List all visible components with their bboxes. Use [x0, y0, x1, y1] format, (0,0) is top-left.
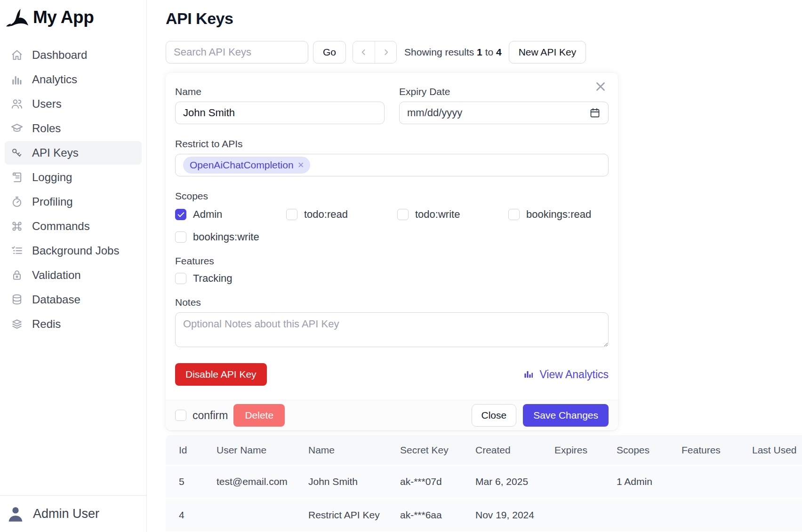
- checkbox[interactable]: [175, 209, 186, 220]
- search-input[interactable]: [166, 41, 308, 64]
- name-label: Name: [175, 86, 385, 97]
- users-icon: [10, 97, 24, 111]
- chevron-left-icon: [359, 48, 369, 57]
- scope-option-bookings-read[interactable]: bookings:read: [508, 208, 619, 221]
- checkbox[interactable]: [286, 209, 297, 220]
- app-name: My App: [33, 8, 94, 27]
- graduation-cap-icon: [10, 122, 24, 135]
- restrict-apis-input[interactable]: OpenAiChatCompletion ×: [175, 154, 609, 176]
- main-content: API Keys Go Showing results 1 to 4 New A…: [147, 0, 802, 532]
- scope-option-admin[interactable]: Admin: [175, 208, 286, 221]
- pagination: [353, 41, 397, 64]
- chevron-right-icon: [381, 48, 391, 57]
- user-avatar-icon: [6, 503, 25, 525]
- checkbox[interactable]: [397, 209, 409, 220]
- confirm-delete-option[interactable]: confirm: [175, 409, 228, 422]
- scope-option-todo-write[interactable]: todo:write: [397, 208, 508, 221]
- page-title: API Keys: [166, 9, 802, 28]
- sidebar-item-roles[interactable]: Roles: [5, 117, 142, 140]
- sidebar-item-dashboard[interactable]: Dashboard: [5, 43, 142, 67]
- next-page-button[interactable]: [375, 41, 396, 63]
- close-button[interactable]: Close: [472, 404, 517, 427]
- log-scroll-icon: [10, 171, 24, 184]
- delete-button[interactable]: Delete: [233, 404, 285, 427]
- scopes-options: Admin todo:read todo:write bookings:read: [175, 208, 609, 243]
- stopwatch-icon: [10, 195, 24, 208]
- checkbox[interactable]: [175, 231, 186, 243]
- sidebar-item-logging[interactable]: Logging: [5, 166, 142, 189]
- close-icon: [593, 79, 608, 94]
- close-panel-button[interactable]: [593, 79, 609, 95]
- sidebar-nav: Dashboard Analytics Users Roles API Keys…: [0, 42, 146, 495]
- sidebar-item-background-jobs[interactable]: Background Jobs: [5, 239, 142, 262]
- go-button[interactable]: Go: [313, 41, 346, 64]
- app-logo: My App: [0, 0, 146, 31]
- sidebar-item-analytics[interactable]: Analytics: [5, 68, 142, 91]
- features-options: Tracking: [175, 272, 609, 285]
- sidebar-item-database[interactable]: Database: [5, 288, 142, 311]
- sidebar-item-redis[interactable]: Redis: [5, 312, 142, 336]
- bar-chart-icon: [10, 73, 24, 86]
- key-icon: [10, 146, 24, 159]
- calendar-icon: [589, 107, 601, 119]
- prev-page-button[interactable]: [353, 41, 375, 63]
- new-api-key-button[interactable]: New API Key: [509, 41, 586, 64]
- lock-icon: [10, 269, 24, 282]
- notes-label: Notes: [175, 297, 609, 308]
- name-input[interactable]: [175, 102, 385, 124]
- sidebar-item-api-keys[interactable]: API Keys: [5, 141, 142, 165]
- restrict-apis-label: Restrict to APIs: [175, 138, 609, 150]
- analytics-bars-icon: [523, 369, 534, 380]
- features-label: Features: [175, 255, 609, 267]
- disable-api-key-button[interactable]: Disable API Key: [175, 363, 267, 386]
- table-row[interactable]: 4 Restrict API Key ak-***6aa Nov 19, 202…: [166, 499, 802, 531]
- shark-logo-icon: [6, 7, 29, 28]
- scopes-label: Scopes: [175, 191, 609, 202]
- feature-option-tracking[interactable]: Tracking: [175, 272, 286, 285]
- save-changes-button[interactable]: Save Changes: [523, 404, 609, 427]
- view-analytics-link[interactable]: View Analytics: [523, 368, 609, 381]
- api-keys-table: Id User Name Name Secret Key Created Exp…: [166, 435, 802, 532]
- sidebar-item-commands[interactable]: Commands: [5, 214, 142, 238]
- list-check-icon: [10, 244, 24, 257]
- scope-option-todo-read[interactable]: todo:read: [286, 208, 397, 221]
- remove-tag-icon[interactable]: ×: [298, 160, 304, 170]
- sidebar: My App Dashboard Analytics Users Roles A…: [0, 0, 147, 532]
- checkbox[interactable]: [508, 209, 520, 220]
- user-name: Admin User: [33, 507, 99, 521]
- api-tag: OpenAiChatCompletion ×: [183, 157, 310, 174]
- sidebar-item-profiling[interactable]: Profiling: [5, 190, 142, 214]
- results-summary: Showing results 1 to 4: [404, 47, 502, 58]
- database-icon: [10, 293, 24, 306]
- home-icon: [10, 48, 24, 62]
- expiry-date-input[interactable]: mm/dd/yyyy: [399, 102, 609, 124]
- api-key-edit-panel: Name Expiry Date mm/dd/yyyy Restrict to …: [166, 73, 618, 430]
- panel-footer: confirm Delete Close Save Changes: [166, 400, 618, 430]
- sidebar-item-validation[interactable]: Validation: [5, 263, 142, 287]
- command-icon: [10, 220, 24, 233]
- table-header-row: Id User Name Name Secret Key Created Exp…: [166, 435, 802, 465]
- scope-option-bookings-write[interactable]: bookings:write: [175, 231, 286, 243]
- table-row[interactable]: 5 test@email.com John Smith ak-***07d Ma…: [166, 466, 802, 498]
- expiry-date-label: Expiry Date: [399, 86, 609, 97]
- notes-textarea[interactable]: [175, 312, 609, 347]
- sidebar-item-users[interactable]: Users: [5, 92, 142, 116]
- checkbox[interactable]: [175, 273, 186, 284]
- api-key-form: Name Expiry Date mm/dd/yyyy Restrict to …: [166, 73, 618, 400]
- layers-icon: [10, 318, 24, 331]
- toolbar: Go Showing results 1 to 4 New API Key: [166, 41, 802, 64]
- confirm-checkbox[interactable]: [175, 410, 186, 421]
- sidebar-user[interactable]: Admin User: [0, 495, 146, 532]
